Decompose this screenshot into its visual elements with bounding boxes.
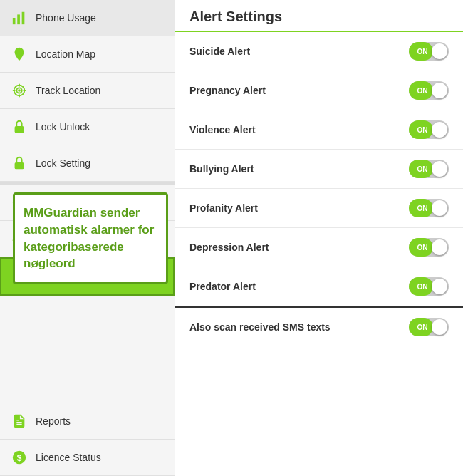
- alert-row-pregnancy: Pregnancy Alert ON: [175, 71, 463, 110]
- sidebar-item-lock-setting[interactable]: Lock Setting: [0, 145, 175, 182]
- svg-rect-0: [13, 18, 16, 24]
- sidebar-item-track-location[interactable]: Track Location: [0, 73, 175, 109]
- alert-row-profanity: Profanity Alert ON: [175, 189, 463, 228]
- suicide-alert-label: Suicide Alert: [189, 46, 250, 57]
- alert-list: Suicide Alert ON Pregnancy Alert ON Viol…: [175, 32, 463, 476]
- bullying-alert-toggle[interactable]: ON: [409, 160, 449, 178]
- svg-point-6: [19, 90, 20, 91]
- profanity-alert-toggle[interactable]: ON: [409, 199, 449, 217]
- sidebar: Phone Usage Location Map Track Location …: [0, 0, 175, 476]
- suicide-alert-toggle[interactable]: ON: [409, 42, 449, 61]
- svg-rect-2: [22, 12, 25, 24]
- sidebar-item-reports[interactable]: Reports: [0, 403, 175, 440]
- svg-rect-12: [15, 162, 24, 169]
- violence-alert-label: Violence Alert: [189, 124, 256, 135]
- scan-sms-label: Also scan received SMS texts: [189, 321, 331, 333]
- sidebar-label-licence-status: Licence Status: [36, 452, 101, 463]
- sidebar-item-location-map[interactable]: Location Map: [0, 36, 175, 73]
- svg-rect-1: [17, 14, 20, 24]
- pregnancy-alert-label: Pregnancy Alert: [189, 85, 266, 96]
- sidebar-label-reports: Reports: [36, 415, 71, 427]
- sidebar-item-lock-unlock[interactable]: Lock Unlock: [0, 109, 175, 145]
- alert-row-bullying: Bullying Alert ON: [175, 150, 463, 189]
- profanity-alert-label: Profanity Alert: [189, 202, 258, 214]
- svg-text:$: $: [17, 453, 22, 463]
- scan-sms-toggle[interactable]: ON: [409, 318, 449, 336]
- main-content: Alert Settings Suicide Alert ON Pregnanc…: [175, 0, 463, 476]
- alert-row-predator: Predator Alert ON: [175, 267, 463, 306]
- depression-alert-label: Depression Alert: [189, 242, 269, 253]
- tooltip-popup: MMGuardian sender automatisk alarmer for…: [13, 192, 168, 284]
- sidebar-bottom: Reports $ Licence Status: [0, 403, 175, 476]
- sidebar-item-phone-usage[interactable]: Phone Usage: [0, 0, 175, 36]
- pregnancy-alert-toggle[interactable]: ON: [409, 81, 449, 100]
- bar-chart-icon: [10, 9, 28, 27]
- predator-alert-toggle[interactable]: ON: [409, 277, 449, 296]
- alert-row-scan-sms: Also scan received SMS texts ON: [175, 306, 463, 346]
- page-title: Alert Settings: [175, 0, 463, 32]
- lock-icon: [10, 118, 28, 136]
- sidebar-top: Phone Usage Location Map Track Location …: [0, 0, 175, 182]
- sidebar-label-location-map: Location Map: [36, 48, 95, 60]
- location-icon: [10, 45, 28, 63]
- depression-alert-toggle[interactable]: ON: [409, 238, 449, 257]
- predator-alert-label: Predator Alert: [189, 281, 256, 292]
- sidebar-label-lock-setting: Lock Setting: [36, 157, 90, 169]
- sidebar-label-track-location: Track Location: [36, 85, 100, 96]
- sidebar-label-lock-unlock: Lock Unlock: [36, 121, 90, 133]
- bullying-alert-label: Bullying Alert: [189, 163, 254, 175]
- alert-row-suicide: Suicide Alert ON: [175, 32, 463, 71]
- lock-setting-icon: [10, 154, 28, 172]
- sidebar-item-licence-status[interactable]: $ Licence Status: [0, 440, 175, 476]
- svg-rect-11: [15, 126, 24, 133]
- tooltip-text: MMGuardian sender automatisk alarmer for…: [24, 206, 154, 270]
- target-icon: [10, 81, 28, 100]
- dollar-icon: $: [10, 448, 28, 467]
- violence-alert-toggle[interactable]: ON: [409, 120, 449, 139]
- sidebar-label-phone-usage: Phone Usage: [36, 12, 96, 24]
- document-icon: [10, 412, 28, 430]
- alert-row-violence: Violence Alert ON: [175, 110, 463, 150]
- alert-row-depression: Depression Alert ON: [175, 228, 463, 267]
